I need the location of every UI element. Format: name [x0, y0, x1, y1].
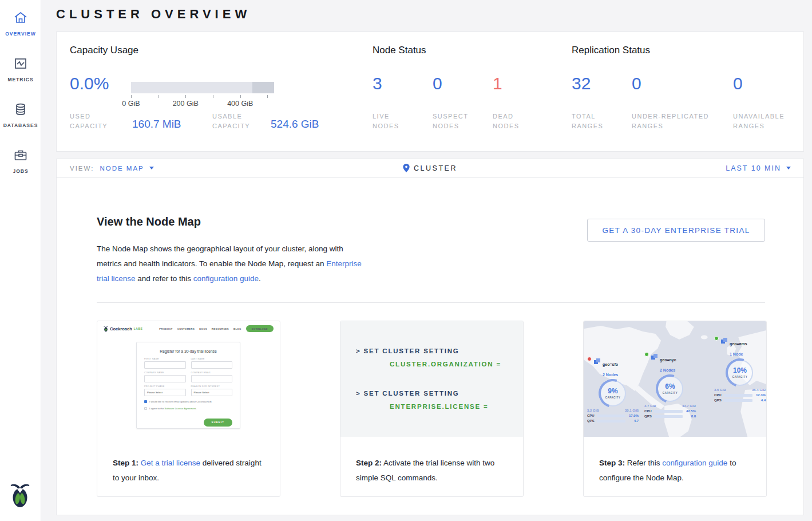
sidebar-item-databases[interactable]: DATABASES	[0, 92, 41, 137]
chevron-down-icon	[786, 167, 791, 169]
location-pin-icon	[403, 164, 410, 172]
cockroach-bug-icon	[104, 326, 108, 332]
capacity-usage-title: Capacity Usage	[70, 45, 138, 56]
sidebar-item-label: JOBS	[0, 168, 41, 174]
node-map-promo-panel: View the Node Map The Node Map shows the…	[56, 177, 804, 515]
map-node-sfo: geo=sfo2 Nodes 9% CAPACITY 3.2 GiB35.1 G…	[587, 358, 639, 423]
mini-reason-select: Please Select	[191, 389, 233, 396]
axis-tick-label: 200 GiB	[173, 100, 199, 108]
mini-company-email-field	[191, 375, 233, 382]
mini-agree-checkbox-row: I agree to the Software License Agreemen…	[144, 407, 232, 410]
suspect-nodes-label: SUSPECTNODES	[433, 112, 468, 131]
sql-prompt-line: > SET CLUSTER SETTING	[356, 348, 523, 354]
map-node-nyc: geo=nyc2 Nodes 6% CAPACITY 3.7 GiB43.7 G…	[644, 353, 696, 418]
mini-updates-checkbox-row: I would like to receive email updates ab…	[144, 400, 232, 403]
node-status-title: Node Status	[373, 45, 426, 56]
mini-site-nav: PRODUCTCUSTOMERSDOCSRESOURCESBLOG DOWNLO…	[159, 325, 274, 332]
panel-description: The Node Map shows the geographical layo…	[97, 242, 366, 286]
live-nodes-label: LIVENODES	[373, 112, 399, 131]
under-replicated-ranges-value: 0	[632, 74, 641, 93]
under-replicated-ranges-label: UNDER-REPLICATEDRANGES	[632, 112, 709, 131]
get-enterprise-trial-button[interactable]: GET A 30-DAY ENTERPRISE TRIAL	[587, 219, 765, 242]
usable-capacity-value: 524.6 GiB	[271, 118, 319, 131]
scope-breadcrumb: CLUSTER	[57, 159, 803, 177]
step1-card: Cockroach LABS PRODUCTCUSTOMERSDOCSRESOU…	[97, 321, 280, 497]
get-trial-license-link[interactable]: Get a trial license	[141, 459, 200, 467]
capacity-axis-ticks	[131, 95, 274, 98]
status-dot-green-icon	[714, 336, 719, 341]
mini-company-name-field	[144, 375, 186, 382]
step2-card: > SET CLUSTER SETTING CLUSTER.ORGANIZATI…	[340, 321, 524, 497]
step1-caption: Step 1: Get a trial license delivered st…	[97, 437, 280, 486]
node-cube-icon	[651, 353, 658, 361]
page-title: CLUSTER OVERVIEW	[56, 7, 251, 22]
mini-cockroach-labs-logo: Cockroach LABS	[104, 326, 142, 332]
node-cube-icon	[720, 337, 728, 345]
replication-status-title: Replication Status	[572, 45, 650, 56]
mini-last-name-field	[191, 361, 233, 369]
mini-first-name-field	[144, 361, 186, 369]
live-nodes-value: 3	[373, 74, 382, 93]
cluster-summary-panel: Capacity Usage 0.0% 0 GiB 200 GiB 400 Gi…	[56, 31, 804, 152]
mini-form-title: Register for a 30-day trial license	[144, 349, 232, 353]
mini-download-button: DOWNLOAD	[246, 325, 274, 332]
axis-tick-label: 0 GiB	[122, 100, 140, 108]
unavailable-ranges-value: 0	[733, 74, 743, 93]
step3-card: geo=sfo2 Nodes 9% CAPACITY 3.2 GiB35.1 G…	[583, 321, 767, 497]
mini-site-header: Cockroach LABS PRODUCTCUSTOMERSDOCSRESOU…	[97, 321, 280, 332]
capacity-axis-labels: 0 GiB 200 GiB 400 GiB	[131, 100, 274, 109]
database-icon	[13, 102, 28, 117]
step3-caption: Step 3: Refer this configuration guide t…	[584, 437, 766, 486]
node-cube-icon	[593, 358, 601, 365]
used-capacity-label: USEDCAPACITY	[70, 112, 108, 131]
cpu-sparkline	[724, 394, 752, 397]
cpu-sparkline	[654, 410, 683, 413]
total-ranges-value: 32	[572, 74, 591, 93]
capacity-bar-reserved-segment	[252, 82, 274, 93]
panel-title: View the Node Map	[97, 215, 201, 228]
node-map-preview: geo=sfo2 Nodes 9% CAPACITY 3.2 GiB35.1 G…	[584, 321, 766, 437]
axis-tick-label: 400 GiB	[227, 100, 253, 108]
sidebar-item-metrics[interactable]: METRICS	[0, 46, 41, 92]
qps-sparkline	[654, 415, 683, 418]
capacity-bar: 0 GiB 200 GiB 400 GiB	[131, 82, 274, 109]
mini-license-agreement-link: Software License Agreement.	[165, 407, 197, 410]
sidebar-item-label: DATABASES	[0, 123, 41, 128]
checkbox-empty-icon	[144, 407, 147, 410]
metrics-chart-icon	[13, 56, 28, 71]
sql-setting-line: CLUSTER.ORGANIZATION =	[390, 361, 523, 368]
capacity-gauge: 9% CAPACITY	[600, 380, 626, 406]
sql-code-snippet: > SET CLUSTER SETTING CLUSTER.ORGANIZATI…	[340, 321, 523, 437]
map-node-ams: geo=ams1 Node 10% CAPACITY 3.6 GiB36.4 G…	[714, 337, 766, 402]
dead-nodes-value: 1	[493, 74, 502, 93]
home-icon	[13, 10, 28, 25]
qps-sparkline	[724, 399, 752, 402]
capacity-used-percent: 0.0%	[70, 74, 109, 93]
step2-caption: Step 2: Activate the trial license with …	[340, 437, 523, 486]
status-dot-green-icon	[644, 352, 649, 357]
sql-setting-line: ENTERPRISE.LICENSE =	[390, 403, 523, 410]
view-toolbar: VIEW: NODE MAP CLUSTER LAST 10 MIN	[56, 159, 804, 177]
capacity-bar-track	[131, 82, 274, 93]
cockroach-logo-icon[interactable]	[10, 482, 30, 508]
checkbox-checked-icon	[144, 400, 147, 403]
mini-project-phase-select: Please Select	[144, 389, 186, 396]
time-range-value: LAST 10 MIN	[726, 164, 781, 172]
configuration-guide-link[interactable]: configuration guide	[662, 459, 727, 467]
total-ranges-label: TOTALRANGES	[572, 112, 603, 131]
cpu-sparkline	[597, 415, 625, 417]
unavailable-ranges-label: UNAVAILABLERANGES	[733, 112, 785, 131]
sidebar-item-jobs[interactable]: JOBS	[0, 137, 41, 183]
time-range-dropdown[interactable]: LAST 10 MIN	[726, 159, 791, 177]
sidebar-item-label: METRICS	[0, 77, 41, 82]
divider	[97, 302, 765, 303]
status-dot-red-icon	[587, 357, 592, 361]
sidebar-item-label: OVERVIEW	[0, 31, 41, 37]
mini-submit-button: SUBMIT	[204, 419, 232, 427]
sidebar-item-overview[interactable]: OVERVIEW	[0, 0, 41, 46]
capacity-gauge: 6% CAPACITY	[657, 376, 683, 402]
sql-prompt-line: > SET CLUSTER SETTING	[356, 390, 523, 397]
configuration-guide-link[interactable]: configuration guide	[193, 274, 259, 283]
capacity-gauge: 10% CAPACITY	[727, 360, 753, 386]
qps-sparkline	[597, 420, 625, 423]
